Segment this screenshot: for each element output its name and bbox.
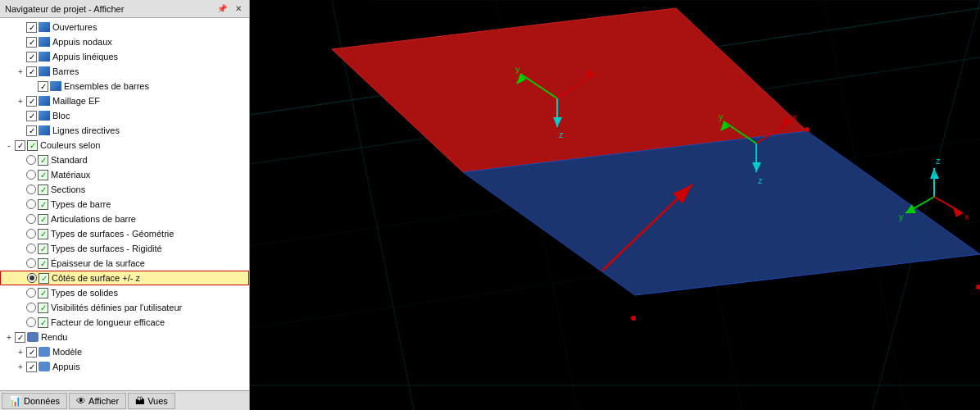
svg-line-4: [660, 0, 742, 410]
tree-item-label: Appuis nodaux: [52, 37, 112, 47]
tree-expander[interactable]: +: [15, 348, 26, 357]
radio-icon[interactable]: [26, 288, 36, 298]
indent-spacer: [3, 125, 15, 136]
tree-item-modele[interactable]: +✓Modèle: [0, 344, 249, 359]
tree-item-bloc[interactable]: ✓Bloc: [0, 108, 249, 123]
radio-icon[interactable]: [26, 303, 36, 312]
tree-expander[interactable]: -: [3, 141, 15, 150]
tree-item-cotes-surface[interactable]: ✓Côtés de surface +/- z: [0, 271, 249, 285]
indent-spacer: [3, 95, 15, 107]
svg-text:z: z: [936, 156, 941, 166]
tree-item-types-surfaces-rig[interactable]: ✓Types de surfaces - Rigidité: [0, 241, 249, 256]
tree-item-label: Appuis linéiques: [52, 52, 118, 61]
tree-item-ensembles-barres[interactable]: ✓Ensembles de barres: [0, 79, 249, 93]
checkbox-icon[interactable]: ✓: [26, 347, 37, 358]
radio-icon[interactable]: [26, 258, 36, 268]
tree-item-articulations-barre[interactable]: ✓Articulations de barre: [0, 212, 249, 226]
svg-marker-32: [930, 168, 939, 179]
tree-item-couleurs-selon[interactable]: -✓✓Couleurs selon: [0, 138, 249, 153]
check-icon: ✓: [38, 303, 48, 313]
project-navigator-panel: Navigateur de projet - Afficher 📌 ✕ ✓Ouv…: [0, 0, 250, 410]
check-icon: ✓: [38, 244, 48, 254]
check-icon: ✓: [38, 229, 48, 239]
checkbox-icon[interactable]: ✓: [26, 96, 37, 107]
checkbox-icon[interactable]: ✓: [15, 140, 25, 151]
tree-expander[interactable]: +: [15, 67, 26, 76]
tree-item-standard[interactable]: ✓Standard: [0, 153, 249, 167]
checkbox-icon[interactable]: ✓: [38, 81, 48, 92]
tree-item-appuis-nodaux[interactable]: ✓Appuis nodaux: [0, 34, 249, 49]
checkbox-icon[interactable]: ✓: [26, 52, 37, 62]
tree-expander[interactable]: +: [15, 97, 26, 106]
tree-expander[interactable]: +: [15, 362, 26, 371]
indent-spacer: [3, 169, 15, 180]
tree-item-visibilites[interactable]: ✓Visibilités définies par l'utilisateur: [0, 300, 249, 315]
checkbox-icon[interactable]: ✓: [26, 66, 37, 77]
titlebar-icons: 📌 ✕: [215, 3, 244, 14]
radio-icon[interactable]: [26, 214, 36, 224]
check-icon: ✓: [38, 288, 48, 298]
tree-item-types-surfaces-geo[interactable]: ✓Types de surfaces - Géométrie: [0, 226, 249, 241]
indent-spacer: [3, 243, 15, 254]
tree-item-materiaux[interactable]: ✓Matériaux: [0, 167, 249, 182]
tree-item-rendu[interactable]: +✓Rendu: [0, 330, 249, 344]
tree-item-types-barre[interactable]: ✓Types de barre: [0, 197, 249, 212]
tree-item-barres[interactable]: +✓Barres: [0, 64, 249, 79]
tree-item-appuis-lineiques[interactable]: ✓Appuis linéiques: [0, 49, 249, 64]
svg-marker-18: [586, 69, 594, 80]
checkbox-icon[interactable]: ✓: [26, 125, 37, 136]
check-icon: ✓: [38, 170, 48, 180]
tab-afficher-label: Afficher: [88, 396, 119, 406]
radio-icon[interactable]: [26, 244, 36, 253]
tree-item-maillage-ef[interactable]: +✓Maillage EF: [0, 93, 249, 108]
tree-item-epaisseur-surface[interactable]: ✓Épaisseur de la surface: [0, 256, 249, 271]
3d-viewport[interactable]: y z y x z z y x: [250, 0, 980, 410]
svg-text:x: x: [964, 212, 969, 221]
tree-item-appuis[interactable]: +✓Appuis: [0, 359, 249, 374]
indent-spacer: [3, 154, 15, 166]
tree-area[interactable]: ✓Ouvertures ✓Appuis nodaux ✓Appuis linéi…: [0, 18, 249, 390]
pin-icon[interactable]: 📌: [215, 3, 229, 14]
radio-filled-icon[interactable]: [27, 273, 37, 283]
check-icon: ✓: [38, 317, 48, 328]
tab-vues[interactable]: 🏔 Vues: [128, 393, 175, 409]
indent-spacer: [3, 198, 15, 210]
tree-item-label: Appuis: [52, 362, 80, 371]
checkbox-icon[interactable]: ✓: [26, 37, 37, 48]
tree-item-label: Rendu: [41, 332, 67, 342]
checkbox-icon[interactable]: ✓: [26, 362, 37, 372]
close-icon[interactable]: ✕: [233, 3, 244, 14]
radio-icon[interactable]: [26, 184, 36, 194]
radio-icon[interactable]: [26, 317, 36, 327]
checkbox-icon[interactable]: ✓: [15, 332, 25, 343]
tree-item-label: Matériaux: [51, 170, 90, 180]
tree-expander[interactable]: +: [3, 333, 15, 342]
checkbox-icon[interactable]: ✓: [26, 22, 37, 33]
radio-icon[interactable]: [26, 229, 36, 239]
tab-afficher[interactable]: 👁 Afficher: [69, 393, 126, 409]
tree-item-label: Types de surfaces - Géométrie: [51, 229, 174, 239]
3d-icon: [39, 362, 50, 371]
svg-line-0: [250, 8, 980, 115]
tree-item-facteur-longueur[interactable]: ✓Facteur de longueur efficace: [0, 315, 249, 330]
tree-item-sections[interactable]: ✓Sections: [0, 182, 249, 197]
svg-line-14: [520, 74, 557, 98]
checkbox-icon[interactable]: ✓: [26, 111, 37, 121]
tab-donnees[interactable]: 📊 Données: [2, 393, 67, 409]
svg-text:y: y: [515, 64, 520, 74]
tree-item-label: Épaisseur de la surface: [51, 258, 145, 268]
mesh-icon: [39, 22, 50, 32]
indent-spacer: [3, 80, 26, 92]
radio-icon[interactable]: [26, 199, 36, 209]
3d-icon: [27, 332, 39, 342]
tree-item-label: Types de surfaces - Rigidité: [51, 244, 162, 253]
tree-item-label: Visibilités définies par l'utilisateur: [51, 303, 182, 312]
tree-item-types-solides[interactable]: ✓Types de solides: [0, 285, 249, 300]
svg-point-11: [976, 285, 980, 289]
tree-item-ouvertures[interactable]: ✓Ouvertures: [0, 20, 249, 34]
svg-line-41: [602, 184, 692, 271]
tree-item-lignes-directives[interactable]: ✓Lignes directives: [0, 123, 249, 138]
radio-icon[interactable]: [26, 155, 36, 165]
radio-icon[interactable]: [26, 170, 36, 180]
3d-icon: [39, 347, 50, 357]
